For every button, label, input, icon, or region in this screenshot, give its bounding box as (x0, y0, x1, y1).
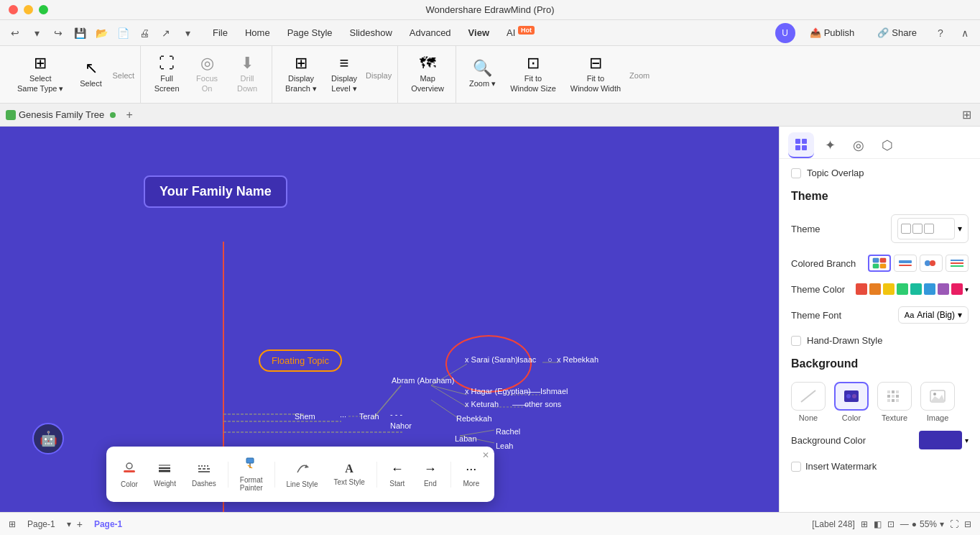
toolbar-fit-window-size[interactable]: ⊡ Fit toWindow Size (504, 51, 562, 97)
toolbar-display-branch[interactable]: ⊞ DisplayBranch ▾ (279, 51, 323, 97)
cb-opt-4[interactable] (946, 255, 969, 272)
fullscreen-icon[interactable]: ⛶ (950, 519, 958, 529)
status-icon-2[interactable]: ◧ (874, 519, 882, 529)
topic-overlap-checkbox[interactable] (791, 168, 801, 178)
tab-name[interactable]: Genesis Family Tree (19, 109, 104, 120)
ft-format-painter-button[interactable]: FormatPainter (234, 452, 269, 496)
color-blue[interactable] (924, 283, 935, 295)
node-rebekkah1[interactable]: x Rebekkah (557, 355, 598, 364)
color-green[interactable] (897, 283, 908, 295)
page-expand-icon[interactable]: ⊞ (9, 519, 16, 529)
bg-color-dropdown-arrow[interactable]: ▾ (965, 436, 969, 444)
color-dropdown-arrow[interactable]: ▾ (965, 285, 969, 293)
node-leah[interactable]: Leah (496, 442, 513, 450)
menu-ai[interactable]: AI Hot (499, 24, 542, 41)
tab-expand-button[interactable]: ⊞ (958, 107, 974, 123)
zoom-slider[interactable]: ● (912, 519, 917, 529)
sidebar-toggle-icon[interactable]: ⊟ (964, 519, 971, 529)
root-node-box[interactable]: Your Family Name (144, 175, 287, 208)
toolbar-drill-down[interactable]: ⬇ DrillDown (228, 51, 266, 97)
collapse-button[interactable]: ∧ (956, 24, 974, 42)
canvas[interactable]: Your Family Name Floating Topic Shem ···… (0, 127, 779, 512)
bg-texture[interactable]: Texture (877, 382, 912, 422)
add-tab-button[interactable]: + (121, 107, 137, 123)
status-icon-3[interactable]: ⊡ (887, 519, 895, 529)
node-abram[interactable]: Abram (Abraham) (392, 376, 454, 385)
menu-page-style[interactable]: Page Style (280, 24, 340, 41)
floating-toolbar-close[interactable]: ✕ (480, 449, 491, 461)
theme-font-dropdown[interactable]: Aa Arial (Big) ▾ (898, 306, 969, 324)
menu-advanced[interactable]: Advanced (402, 24, 458, 41)
root-node[interactable]: Your Family Name (144, 175, 287, 208)
circle-node[interactable] (445, 335, 532, 393)
export-button[interactable]: ↗ (157, 24, 175, 42)
color-teal[interactable] (910, 283, 922, 295)
maximize-button[interactable] (39, 5, 48, 14)
panel-tab-settings[interactable]: ⬡ (874, 132, 900, 158)
menu-view[interactable]: View (461, 24, 496, 41)
status-icon-1[interactable]: ⊞ (861, 519, 868, 529)
help-button[interactable]: ? (931, 24, 950, 42)
export-dropdown[interactable]: ▾ (178, 24, 197, 42)
undo-button[interactable]: ↩ (6, 24, 24, 42)
theme-dropdown[interactable]: ▾ (891, 214, 969, 243)
toolbar-zoom[interactable]: 🔍 Zoom ▾ (463, 56, 501, 93)
floating-toolbar[interactable]: ✕ Color Weight (106, 447, 494, 502)
hand-drawn-checkbox[interactable] (791, 336, 801, 346)
redo-button[interactable]: ↪ (49, 24, 68, 42)
share-button[interactable]: 🔗 Share (869, 24, 925, 41)
zoom-value[interactable]: 55% (920, 519, 937, 529)
node-rebekkah2[interactable]: Rebekkah (456, 414, 492, 423)
zoom-dropdown[interactable]: ▾ (940, 519, 944, 529)
publish-button[interactable]: 📤 Publish (801, 24, 864, 41)
minimize-button[interactable] (24, 5, 33, 14)
node-laban[interactable]: Laban (455, 434, 477, 443)
menu-file[interactable]: File (205, 24, 235, 41)
ft-dashes-button[interactable]: Dashes (186, 457, 222, 492)
color-purple[interactable] (938, 283, 949, 295)
ft-end-button[interactable]: → End (416, 457, 445, 492)
new-button[interactable]: 📄 (114, 24, 132, 42)
ft-text-style-button[interactable]: A Text Style (328, 458, 370, 490)
color-red[interactable] (856, 283, 867, 295)
node-terah[interactable]: Terah (359, 412, 379, 421)
ft-start-button[interactable]: ← Start (383, 457, 412, 492)
toolbar-focus-on[interactable]: ◎ FocusOn (188, 51, 226, 97)
window-controls[interactable] (9, 5, 48, 14)
add-page-button[interactable]: + (77, 518, 83, 530)
user-avatar[interactable]: U (775, 23, 795, 43)
undo-dropdown[interactable]: ▾ (27, 24, 46, 42)
panel-tab-ai[interactable]: ✦ (817, 132, 843, 158)
ai-bot-button[interactable]: 🤖 (32, 423, 64, 454)
bg-image[interactable]: Image (920, 382, 955, 422)
panel-tab-format[interactable] (788, 132, 814, 158)
cb-opt-1[interactable] (868, 255, 891, 272)
node-shem[interactable]: Shem (295, 412, 315, 421)
ft-weight-button[interactable]: Weight (148, 457, 182, 492)
cb-opt-2[interactable] (894, 255, 917, 272)
toolbar-select[interactable]: ↖ Select (73, 56, 110, 93)
node-other-sons[interactable]: other sons (524, 400, 561, 408)
ft-more-button[interactable]: ··· More (457, 457, 486, 492)
save-button[interactable]: 💾 (70, 24, 89, 42)
toolbar-select-same-type[interactable]: ⊞ SelectSame Type ▾ (11, 51, 70, 97)
bg-none[interactable]: None (791, 382, 826, 422)
color-yellow[interactable] (883, 283, 895, 295)
toolbar-display-level[interactable]: ≡ DisplayLevel ▾ (325, 51, 363, 97)
bg-color[interactable]: Color (834, 382, 869, 422)
active-page-tab[interactable]: Page-1 (88, 518, 128, 531)
color-orange[interactable] (869, 283, 881, 295)
page-tab-dropdown[interactable]: ▾ (67, 519, 71, 529)
panel-tab-location[interactable]: ◎ (846, 132, 872, 158)
watermark-checkbox[interactable] (791, 462, 801, 472)
print-button[interactable]: 🖨 (135, 24, 154, 42)
ft-color-button[interactable]: Color (115, 457, 144, 493)
toolbar-map-overview[interactable]: 🗺 MapOverview (405, 51, 450, 97)
toolbar-full-screen[interactable]: ⛶ FullScreen (148, 51, 185, 97)
open-button[interactable]: 📂 (92, 24, 111, 42)
cb-opt-3[interactable] (920, 255, 943, 272)
bg-color-swatch[interactable] (919, 431, 962, 449)
toolbar-fit-window-width[interactable]: ⊟ Fit toWindow Width (565, 51, 627, 97)
node-keturah[interactable]: x Keturah (465, 400, 499, 408)
close-button[interactable] (9, 5, 18, 14)
